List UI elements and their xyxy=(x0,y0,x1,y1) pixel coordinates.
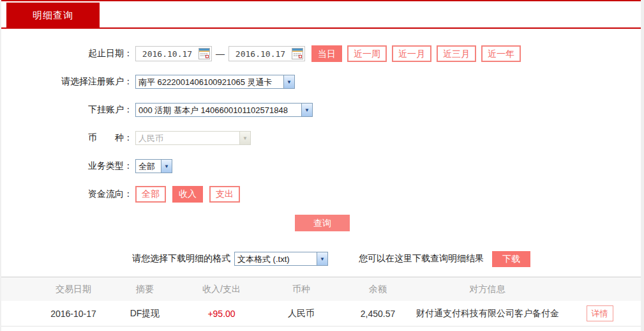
query-form: 起止日期： 2016.10.17 — xyxy=(1,29,641,231)
cell-summary: DF提现 xyxy=(110,308,180,319)
cell-currency: 人民币 xyxy=(263,308,340,319)
download-format-select[interactable]: 文本格式 (.txt) ▼ xyxy=(234,252,328,266)
table-row: 2016-10-17DF提现+95.00人民币2,450.57财付通支付科技有限… xyxy=(1,301,641,327)
table-header-cell: 摘要 xyxy=(110,284,180,295)
chevron-down-icon: ▼ xyxy=(239,132,250,144)
date-range-label: 起止日期： xyxy=(1,48,133,59)
register-account-select[interactable]: 南平 6222001406100921065 灵通卡 ▼ xyxy=(135,75,295,89)
cell-amount: +95.00 xyxy=(180,309,263,319)
date-range-row: 起止日期： 2016.10.17 — xyxy=(1,45,641,62)
cell-detail: 详情 xyxy=(558,305,641,321)
business-type-label: 业务类型： xyxy=(1,160,133,172)
quick-range-button[interactable]: 近一年 xyxy=(481,45,521,62)
fund-flow-buttons: 全部收入支出 xyxy=(135,186,246,203)
calendar-icon[interactable] xyxy=(198,48,210,59)
table-body: 2016-10-17DF提现+95.00人民币2,450.57财付通支付科技有限… xyxy=(1,301,641,327)
fund-flow-button[interactable]: 全部 xyxy=(135,186,166,203)
fund-flow-row: 资金流向： 全部收入支出 xyxy=(1,186,641,203)
query-button[interactable]: 查询 xyxy=(295,215,350,231)
quick-range-button[interactable]: 近一月 xyxy=(392,45,431,62)
download-format-value: 文本格式 (.txt) xyxy=(235,252,317,265)
chevron-down-icon: ▼ xyxy=(283,75,294,88)
download-hint: 您可以在这里下载查询明细结果 xyxy=(359,253,484,265)
currency-row: 币 种： 人民币 ▼ xyxy=(1,130,641,146)
fund-flow-button[interactable]: 支出 xyxy=(209,186,240,203)
business-type-row: 业务类型： 全部 ▼ xyxy=(1,158,641,174)
cell-balance: 2,450.57 xyxy=(340,309,416,319)
quick-range-buttons: 当日近一周近一月近三月近一年 xyxy=(305,45,521,62)
date-separator: — xyxy=(216,49,225,59)
fund-flow-label: 资金流向： xyxy=(1,189,133,200)
register-account-label: 请选择注册账户： xyxy=(1,76,133,88)
sub-account-row: 下挂账户： 000 活期 基本户 1406600101102571848 ▼ xyxy=(1,102,641,118)
top-red-line xyxy=(1,0,641,1)
start-date-input[interactable]: 2016.10.17 xyxy=(135,46,212,61)
table-header-cell: 收入/支出 xyxy=(180,284,263,295)
chevron-down-icon: ▼ xyxy=(301,104,312,116)
table-header-cell: 币种 xyxy=(263,284,340,295)
tab-detail-query[interactable]: 明细查询 xyxy=(6,3,100,27)
start-date-value: 2016.10.17 xyxy=(136,49,198,59)
chevron-down-icon: ▼ xyxy=(161,160,172,173)
currency-select: 人民币 ▼ xyxy=(135,131,251,145)
tab-underline xyxy=(1,27,641,29)
page-content: 明细查询 起止日期： 2016.10.17 xyxy=(1,0,641,331)
currency-value: 人民币 xyxy=(136,132,239,144)
cell-counterparty: 财付通支付科技有限公司客户备付金 xyxy=(416,308,558,319)
sub-account-label: 下挂账户： xyxy=(1,104,133,116)
detail-button[interactable]: 详情 xyxy=(587,305,613,321)
result-table: 交易日期摘要收入/支出币种余额对方信息 2016-10-17DF提现+95.00… xyxy=(1,277,641,327)
table-header-cell: 余额 xyxy=(340,284,416,295)
quick-range-button[interactable]: 近三月 xyxy=(437,45,476,62)
table-header-row: 交易日期摘要收入/支出币种余额对方信息 xyxy=(1,277,641,301)
download-format-label: 请您选择下载明细的格式 xyxy=(132,253,230,265)
fund-flow-button[interactable]: 收入 xyxy=(172,186,203,203)
sub-account-value: 000 活期 基本户 1406600101102571848 xyxy=(136,104,301,116)
tab-bar: 明细查询 xyxy=(1,0,641,29)
chevron-down-icon: ▼ xyxy=(317,252,327,265)
download-button[interactable]: 下载 xyxy=(492,251,530,267)
end-date-value: 2016.10.17 xyxy=(229,49,292,59)
end-date-input[interactable]: 2016.10.17 xyxy=(228,46,305,61)
business-type-value: 全部 xyxy=(136,160,161,173)
quick-range-button[interactable]: 近一周 xyxy=(347,45,387,62)
currency-label: 币 种： xyxy=(1,132,133,144)
table-header-cell: 交易日期 xyxy=(37,284,110,295)
quick-range-button[interactable]: 当日 xyxy=(311,45,342,62)
calendar-icon[interactable] xyxy=(292,48,303,59)
register-account-value: 南平 6222001406100921065 灵通卡 xyxy=(136,75,283,88)
sub-account-select[interactable]: 000 活期 基本户 1406600101102571848 ▼ xyxy=(135,103,313,117)
download-row: 请您选择下载明细的格式 文本格式 (.txt) ▼ 您可以在这里下载查询明细结果… xyxy=(1,250,641,267)
cell-transaction-date: 2016-10-17 xyxy=(37,309,110,319)
register-account-row: 请选择注册账户： 南平 6222001406100921065 灵通卡 ▼ xyxy=(1,73,641,90)
table-header-cell: 对方信息 xyxy=(416,284,558,295)
business-type-select[interactable]: 全部 ▼ xyxy=(135,159,172,173)
